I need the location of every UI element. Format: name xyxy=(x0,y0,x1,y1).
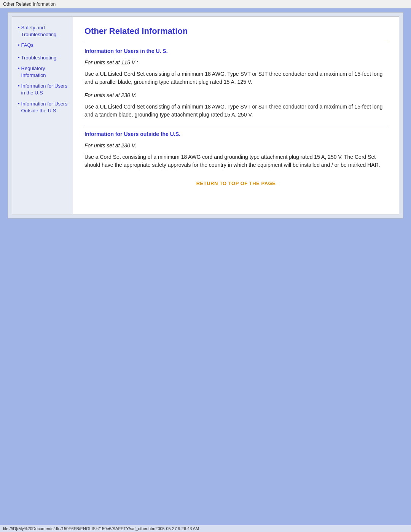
title-bar-text: Other Related Information xyxy=(3,2,56,7)
sidebar-item-safety[interactable]: • Safety and Troubleshooting xyxy=(18,24,69,40)
return-to-top-link[interactable]: RETURN TO TOP OF THE PAGE xyxy=(84,181,387,186)
divider-1 xyxy=(84,42,387,42)
sidebar: • Safety and Troubleshooting • FAQs • Tr… xyxy=(12,17,73,214)
bullet-safety: • xyxy=(18,24,20,40)
bullet-info-us: • xyxy=(18,83,20,98)
sidebar-item-faqs[interactable]: • FAQs xyxy=(18,42,69,50)
section2-heading: Information for Users outside the U.S. xyxy=(84,131,387,137)
main-content: Other Related Information Information fo… xyxy=(73,17,399,214)
bullet-regulatory: • xyxy=(18,65,20,80)
section1-para1-body: Use a UL Listed Cord Set consisting of a… xyxy=(84,70,387,86)
sidebar-item-info-outside[interactable]: • Information for Users Outside the U.S xyxy=(18,101,69,116)
page-container: • Safety and Troubleshooting • FAQs • Tr… xyxy=(12,16,399,214)
section1-para2-italic: For units set at 230 V: xyxy=(84,92,387,98)
sidebar-link-regulatory[interactable]: Regulatory Information xyxy=(21,65,69,79)
bullet-troubleshooting: • xyxy=(18,54,20,63)
status-bar: file:///D|/My%20Documents/dfu/150E6FB/EN… xyxy=(0,525,411,532)
section2-para1-italic: For units set at 230 V: xyxy=(84,142,387,149)
bullet-info-outside: • xyxy=(18,101,20,116)
sidebar-link-info-us[interactable]: Information for Users in the U.S xyxy=(21,83,69,96)
sidebar-link-faqs[interactable]: FAQs xyxy=(21,42,34,49)
sidebar-link-troubleshooting[interactable]: Troubleshooting xyxy=(21,54,57,61)
bullet-faqs: • xyxy=(18,42,20,50)
status-bar-text: file:///D|/My%20Documents/dfu/150E6FB/EN… xyxy=(3,526,199,531)
section1-para2-body: Use a UL Listed Cord Set consisting of a… xyxy=(84,103,387,119)
sidebar-item-troubleshooting[interactable]: • Troubleshooting xyxy=(18,54,69,63)
sidebar-link-safety[interactable]: Safety and Troubleshooting xyxy=(21,24,69,38)
sidebar-link-info-outside[interactable]: Information for Users Outside the U.S xyxy=(21,101,69,114)
title-bar: Other Related Information xyxy=(0,0,411,8)
sidebar-item-info-us[interactable]: • Information for Users in the U.S xyxy=(18,83,69,98)
section2-para1-body: Use a Cord Set consisting of a minimum 1… xyxy=(84,153,387,169)
section1-para1-italic: For units set at 115 V : xyxy=(84,59,387,66)
page-title: Other Related Information xyxy=(84,26,387,36)
sidebar-item-regulatory[interactable]: • Regulatory Information xyxy=(18,65,69,80)
section1-heading: Information for Users in the U. S. xyxy=(84,48,387,54)
divider-2 xyxy=(84,125,387,125)
browser-content: • Safety and Troubleshooting • FAQs • Tr… xyxy=(8,12,403,219)
